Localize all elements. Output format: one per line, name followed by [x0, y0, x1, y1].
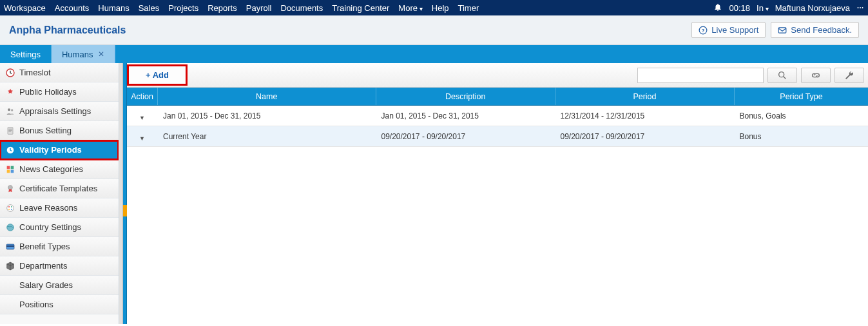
svg-point-20 — [11, 209, 12, 210]
nav-item-payroll[interactable]: Payroll — [246, 3, 272, 13]
nav-item-reports[interactable]: Reports — [207, 3, 237, 13]
tab-settings[interactable]: Settings — [0, 45, 52, 63]
bell-icon[interactable] — [713, 3, 722, 14]
col-description[interactable]: Description — [376, 88, 555, 105]
svg-point-18 — [11, 206, 12, 207]
palette-icon — [5, 203, 15, 213]
sidebar-item-label: Positions — [19, 300, 53, 309]
nav-left: Workspace Accounts Humans Sales Projects… — [4, 3, 479, 13]
sidebar-item-appraisals-settings[interactable]: Appraisals Settings — [0, 102, 119, 121]
sidebar-item-departments[interactable]: Departments — [0, 256, 119, 276]
sidebar-item-label: Timeslot — [19, 68, 51, 77]
menu-dots-icon[interactable] — [856, 4, 864, 12]
svg-rect-14 — [11, 169, 14, 173]
nav-user[interactable]: Maftuna Norxujaeva — [775, 3, 850, 13]
link-button[interactable] — [801, 68, 831, 83]
sidebar-item-label: Departments — [19, 261, 67, 271]
row-name: Current Year — [158, 126, 376, 146]
send-feedback-button[interactable]: Send Feedback. — [771, 22, 859, 38]
send-feedback-label: Send Feedback. — [791, 25, 852, 35]
search-icon — [777, 70, 787, 81]
link-icon — [811, 70, 821, 81]
sidebar-item-label: Validity Periods — [19, 145, 82, 155]
holidays-icon — [5, 87, 15, 97]
search-button[interactable] — [767, 68, 797, 83]
chevron-down-icon[interactable] — [139, 113, 146, 119]
svg-point-7 — [8, 108, 10, 111]
tab-strip: Settings Humans ✕ — [0, 45, 868, 63]
row-action[interactable] — [127, 126, 158, 146]
row-description: 09/20/2017 - 09/20/2017 — [376, 126, 555, 146]
sidebar-item-timeslot[interactable]: Timeslot — [0, 63, 119, 82]
row-period-type: Bonus — [735, 126, 868, 146]
row-name: Jan 01, 2015 - Dec 31, 2015 — [158, 106, 376, 126]
svg-point-1 — [860, 7, 861, 8]
live-support-button[interactable]: ? Live Support — [691, 22, 766, 38]
table-row[interactable]: Current Year 09/20/2017 - 09/20/2017 09/… — [127, 126, 868, 147]
svg-point-2 — [862, 7, 863, 8]
col-period-type[interactable]: Period Type — [735, 88, 868, 105]
nav-item-documents[interactable]: Documents — [280, 3, 323, 13]
grid-icon — [5, 164, 15, 175]
svg-point-16 — [7, 204, 14, 211]
people-icon — [5, 106, 15, 117]
settings-button[interactable] — [834, 68, 864, 83]
sidebar-item-salary-grades[interactable]: Salary Grades — [0, 276, 119, 295]
document-icon — [5, 126, 15, 136]
nav-item-timer[interactable]: Timer — [458, 3, 479, 13]
sidebar-item-label: Appraisals Settings — [19, 106, 91, 116]
card-icon — [5, 242, 15, 252]
nav-right: 00:18 In Maftuna Norxujaeva — [713, 3, 864, 14]
nav-item-projects[interactable]: Projects — [168, 3, 198, 13]
nav-item-workspace[interactable]: Workspace — [4, 3, 46, 13]
sidebar-item-public-holidays[interactable]: Public Holidays — [0, 82, 119, 102]
search-input[interactable] — [637, 68, 764, 83]
close-icon[interactable]: ✕ — [98, 50, 104, 59]
svg-text:?: ? — [702, 27, 705, 33]
col-action[interactable]: Action — [127, 88, 158, 105]
nav-item-accounts[interactable]: Accounts — [55, 3, 89, 13]
clock-icon — [5, 145, 15, 155]
svg-rect-9 — [8, 127, 13, 134]
nav-time: 00:18 — [729, 3, 750, 13]
chevron-down-icon[interactable] — [139, 133, 146, 140]
content: + Add Action Name Description Period Per… — [127, 63, 868, 324]
col-period[interactable]: Period — [555, 88, 735, 105]
svg-point-15 — [8, 185, 13, 189]
nav-item-help[interactable]: Help — [432, 3, 449, 13]
svg-point-24 — [779, 72, 784, 77]
sidebar-item-bonus-setting[interactable]: Bonus Setting — [0, 121, 119, 140]
svg-rect-5 — [778, 27, 786, 32]
svg-rect-12 — [11, 166, 14, 169]
nav-item-humans[interactable]: Humans — [98, 3, 129, 13]
nav-item-sales[interactable]: Sales — [139, 3, 160, 13]
row-period-type: Bonus, Goals — [735, 106, 868, 126]
sidebar-item-benefit-types[interactable]: Benefit Types — [0, 237, 119, 256]
svg-point-0 — [858, 7, 859, 8]
svg-point-19 — [8, 209, 10, 210]
sidebar-item-positions[interactable]: Positions — [0, 295, 119, 314]
add-button[interactable]: + Add — [127, 64, 188, 86]
svg-point-17 — [8, 206, 10, 207]
sidebar-item-validity-periods[interactable]: Validity Periods — [0, 140, 119, 160]
table-header: Action Name Description Period Period Ty… — [127, 88, 868, 106]
sidebar-wrap: Timeslot Public Holidays Appraisals Sett… — [0, 63, 127, 324]
sidebar-item-leave-reasons[interactable]: Leave Reasons — [0, 198, 119, 218]
col-name[interactable]: Name — [158, 88, 376, 105]
mail-icon — [778, 26, 787, 35]
sidebar-item-certificate-templates[interactable]: Certificate Templates — [0, 179, 119, 198]
svg-point-8 — [11, 109, 13, 111]
row-action[interactable] — [127, 106, 158, 126]
nav-status[interactable]: In — [757, 3, 769, 13]
nav-item-more[interactable]: More — [398, 3, 422, 13]
sidebar-item-label: Salary Grades — [19, 280, 73, 290]
sidebar-collapse-handle[interactable] — [123, 63, 127, 324]
sidebar-item-country-settings[interactable]: Country Settings — [0, 218, 119, 237]
svg-rect-13 — [7, 169, 10, 173]
table-row[interactable]: Jan 01, 2015 - Dec 31, 2015 Jan 01, 2015… — [127, 106, 868, 126]
tab-humans[interactable]: Humans ✕ — [52, 45, 115, 63]
row-period: 09/20/2017 - 09/20/2017 — [555, 126, 735, 146]
sidebar-item-news-categories[interactable]: News Categories — [0, 160, 119, 179]
clock-icon — [5, 68, 15, 78]
nav-item-training-center[interactable]: Training Center — [332, 3, 389, 13]
